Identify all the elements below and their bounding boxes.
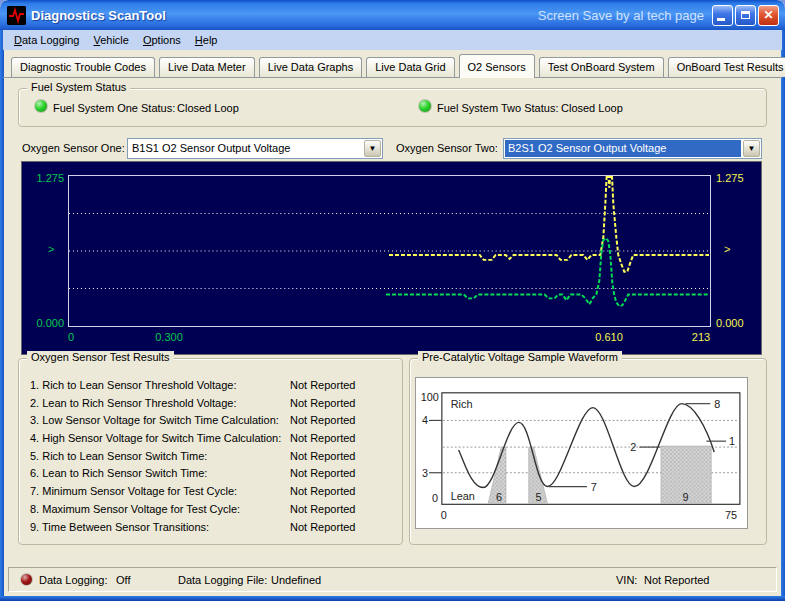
test-result-value: Not Reported [290, 377, 355, 395]
o2-graph-plot-area [68, 175, 711, 327]
wf-x-label-75: 75 [725, 509, 737, 521]
oxygen-sensor-one-label: Oxygen Sensor One: [22, 142, 125, 154]
fuel-system-two-led [419, 100, 431, 112]
oxygen-sensor-two-select[interactable]: B2S1 O2 Sensor Output Voltage ▼ [503, 138, 762, 159]
wf-x-label-0: 0 [441, 509, 447, 521]
chevron-down-icon[interactable]: ▼ [743, 140, 760, 157]
data-logging-led [21, 574, 32, 585]
close-icon: ✕ [763, 9, 773, 21]
wf-rich-label: Rich [451, 398, 473, 410]
fuel-system-one-label: Fuel System One Status: [53, 102, 175, 114]
sample-waveform-illustration: 100 4 3 0 0 75 Rich Lean 6 5 9 7 2 8 1 [415, 377, 748, 529]
window-border-bottom [0, 596, 785, 601]
left-axis-min: 0.000 [28, 317, 64, 329]
vin-label: VIN: [616, 574, 637, 586]
trace-b2s1-sensor-two [389, 176, 709, 272]
oxygen-sensor-two-value: B2S1 O2 Sensor Output Voltage [505, 140, 741, 157]
wf-y-label-100: 100 [421, 391, 439, 403]
o2-graph-svg [69, 176, 710, 326]
fuel-system-one-value: Closed Loop [177, 102, 239, 114]
close-button[interactable]: ✕ [758, 5, 779, 26]
fuel-system-two-label: Fuel System Two Status: [437, 102, 558, 114]
data-logging-file-label: Data Logging File: [178, 574, 267, 586]
test-result-label: 5. Rich to Lean Sensor Switch Time: [30, 450, 207, 462]
right-axis-volts-marker: > [724, 243, 730, 255]
window-border-left [0, 30, 4, 596]
test-result-row: 1. Rich to Lean Sensor Threshold Voltage… [30, 377, 390, 395]
test-result-row: 7. Minimum Sensor Voltage for Test Cycle… [30, 483, 390, 501]
menu-options[interactable]: Options [136, 32, 188, 48]
graph-x-label: 0.610 [595, 331, 623, 343]
tab-live-data-meter[interactable]: Live Data Meter [159, 57, 255, 77]
left-axis-max: 1.275 [28, 172, 64, 184]
tab-test-onboard-system[interactable]: Test OnBoard System [539, 57, 664, 77]
test-result-value: Not Reported [290, 483, 355, 501]
test-result-label: 6. Lean to Rich Sensor Switch Time: [30, 467, 207, 479]
pre-catalytic-waveform-title: Pre-Catalytic Voltage Sample Waveform [418, 351, 622, 363]
oxygen-sensor-one-value: B1S1 O2 Sensor Output Voltage [129, 140, 362, 157]
data-logging-file-value: Undefined [271, 574, 321, 586]
maximize-icon [741, 11, 750, 19]
test-result-label: 1. Rich to Lean Sensor Threshold Voltage… [30, 379, 237, 391]
title-bar[interactable]: Diagnostics ScanTool Screen Save by al t… [0, 0, 785, 30]
title-note: Screen Save by al tech page [538, 8, 712, 23]
test-result-value: Not Reported [290, 430, 355, 448]
sample-waveform-svg: 100 4 3 0 0 75 Rich Lean 6 5 9 7 2 8 1 [416, 378, 747, 528]
test-result-row: 8. Maximum Sensor Voltage for Test Cycle… [30, 501, 390, 519]
app-window: Diagnostics ScanTool Screen Save by al t… [0, 0, 785, 601]
menu-vehicle[interactable]: Vehicle [86, 32, 135, 48]
fuel-system-status-title: Fuel System Status [27, 81, 130, 93]
tab-diagnostic-trouble-codes[interactable]: Diagnostic Trouble Codes [11, 57, 155, 77]
test-result-label: 3. Low Sensor Voltage for Switch Time Ca… [30, 414, 279, 426]
wf-callout-8: 8 [714, 398, 720, 410]
menu-bar: Data Logging Vehicle Options Help [3, 30, 782, 50]
right-axis-max: 1.275 [716, 172, 744, 184]
menu-help[interactable]: Help [188, 32, 225, 48]
test-result-row: 6. Lean to Rich Sensor Switch Time:Not R… [30, 465, 390, 483]
wf-lean-label: Lean [451, 490, 475, 502]
o2-voltage-graph-panel: 1.275 > 0.000 1.275 > 0.000 00.3000.6102… [21, 161, 762, 355]
wf-callout-2: 2 [630, 441, 636, 453]
wf-y-label-4: 4 [422, 414, 428, 426]
vin-value: Not Reported [644, 574, 709, 586]
maximize-button[interactable] [735, 5, 756, 26]
status-bar: Data Logging: Off Data Logging File: Und… [8, 567, 777, 592]
window-border-right [781, 30, 785, 596]
test-result-value: Not Reported [290, 465, 355, 483]
test-result-label: 4. High Sensor Voltage for Switch Time C… [30, 432, 281, 444]
minimize-button[interactable] [712, 5, 733, 26]
tab-o2-sensors[interactable]: O2 Sensors [459, 54, 535, 78]
graph-x-label: 213 [692, 331, 710, 343]
test-result-label: 8. Maximum Sensor Voltage for Test Cycle… [30, 503, 240, 515]
tab-onboard-test-results[interactable]: OnBoard Test Results [668, 57, 785, 77]
test-result-row: 3. Low Sensor Voltage for Switch Time Ca… [30, 412, 390, 430]
tab-live-data-graphs[interactable]: Live Data Graphs [259, 57, 363, 77]
left-axis-volts-marker: > [48, 243, 54, 255]
test-results-title: Oxygen Sensor Test Results [27, 351, 174, 363]
test-result-row: 2. Lean to Rich Sensor Threshold Voltage… [30, 395, 390, 413]
minimize-icon [717, 18, 725, 21]
tab-live-data-grid[interactable]: Live Data Grid [366, 57, 454, 77]
oxygen-sensor-one-select[interactable]: B1S1 O2 Sensor Output Voltage ▼ [127, 138, 383, 159]
data-logging-label: Data Logging: [39, 574, 108, 586]
menu-data-logging[interactable]: Data Logging [7, 32, 86, 48]
test-result-value: Not Reported [290, 395, 355, 413]
test-results-rows: 1. Rich to Lean Sensor Threshold Voltage… [30, 377, 390, 536]
wf-y-label-3: 3 [422, 467, 428, 479]
test-result-label: 7. Minimum Sensor Voltage for Test Cycle… [30, 485, 237, 497]
test-result-label: 9. Time Between Sensor Transitions: [30, 521, 209, 533]
test-result-value: Not Reported [290, 448, 355, 466]
trace-b1s1-sensor-one [386, 238, 709, 306]
test-result-row: 5. Rich to Lean Sensor Switch Time:Not R… [30, 448, 390, 466]
wf-callout-7: 7 [591, 481, 597, 493]
graph-x-label: 0 [68, 331, 74, 343]
wf-callout-1: 1 [729, 435, 735, 447]
data-logging-value: Off [116, 574, 130, 586]
wf-region-6-label: 6 [496, 491, 502, 503]
chevron-down-icon[interactable]: ▼ [364, 140, 381, 157]
wf-region-9-label: 9 [683, 491, 689, 503]
fuel-system-status-group: Fuel System Status Fuel System One Statu… [18, 88, 767, 127]
fuel-system-two-value: Closed Loop [561, 102, 623, 114]
graph-x-label: 0.300 [155, 331, 183, 343]
tab-strip: Diagnostic Trouble Codes Live Data Meter… [3, 54, 782, 78]
